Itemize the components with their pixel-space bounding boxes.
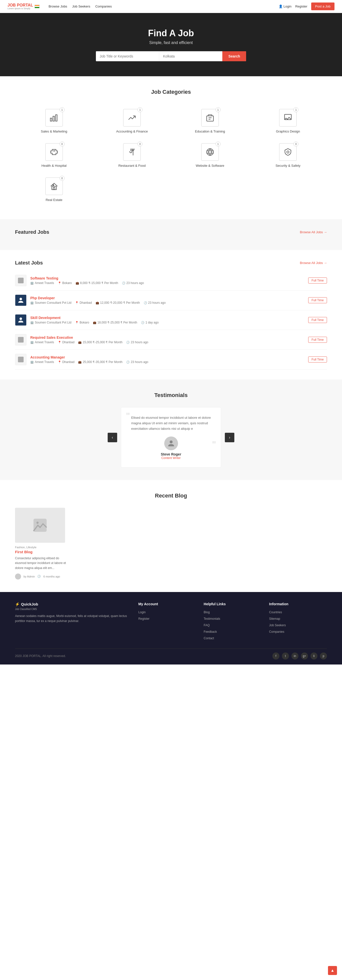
category-badge: 1 [216, 107, 221, 112]
category-security[interactable]: 0 Security & Safety [249, 138, 327, 172]
featured-browse-link[interactable]: Browse All Jobs → [300, 230, 327, 234]
job-item: Required Sales Executive Ameet Travels D… [15, 330, 327, 350]
footer-grid: ⚡ QuickJob Job Classified CMS Aenean sod… [15, 602, 327, 642]
latest-browse-link[interactable]: Browse All Jobs → [300, 261, 327, 265]
company-logo-icon [17, 277, 24, 284]
footer-helpful-links: Helpful Links Blog Testimonials FAQ Feed… [204, 602, 262, 642]
bar-chart-icon [50, 113, 59, 122]
blog-excerpt: Consectetur adipiscing elitsed do eiusmo… [15, 556, 70, 571]
job-item: Accounting Manager Ameet Travels Dhanbad… [15, 350, 327, 369]
svg-rect-2 [56, 115, 57, 121]
job-logo [15, 294, 27, 306]
footer-link-job-seekers[interactable]: Job Seekers [269, 624, 286, 627]
category-icon-wrap: 0 [45, 143, 63, 161]
category-sales-marketing[interactable]: 1 Sales & Marketing [15, 104, 93, 138]
quote-close-icon: " [212, 440, 216, 450]
keyword-input[interactable] [96, 51, 159, 61]
logo-text: JOB PORTAL [8, 3, 33, 8]
footer-helpful-list: Blog Testimonials FAQ Feedback Contact [204, 610, 262, 640]
category-graphics[interactable]: 1 Graphics Design [249, 104, 327, 138]
company-logo-icon [17, 356, 24, 363]
footer-link-register[interactable]: Register [138, 617, 149, 620]
facebook-icon[interactable]: f [272, 652, 280, 660]
job-title[interactable]: Required Sales Executive [30, 336, 304, 339]
testimonial-next-button[interactable]: › [225, 433, 234, 442]
category-label: Accounting & Finance [116, 129, 148, 133]
search-button[interactable]: Search [222, 51, 246, 61]
job-company: Ameet Travels [30, 340, 54, 344]
nav-job-seekers[interactable]: Job Seekers [72, 5, 90, 8]
category-label: Security & Safety [275, 164, 300, 167]
hero-title: Find A Job [148, 28, 194, 38]
job-tag: Full Time [308, 297, 327, 303]
navbar: JOB PORTAL Lorem Ipsum is Simply Browse … [0, 0, 342, 13]
testimonials-section: Testimonials ‹ " Eltsed do eiusmod tempo… [0, 380, 342, 480]
featured-header: Featured Jobs Browse All Jobs → [15, 229, 327, 235]
category-icon-wrap: 0 [45, 178, 63, 195]
footer-link-countries[interactable]: Countries [269, 611, 282, 614]
job-time: 23 hours ago [126, 340, 148, 344]
nav-companies[interactable]: Companies [95, 5, 112, 8]
footer-info-title: Information [269, 602, 327, 606]
footer-link-blog[interactable]: Blog [204, 611, 210, 614]
svg-rect-20 [18, 278, 24, 283]
blog-image [15, 508, 65, 543]
svg-rect-5 [206, 116, 213, 121]
twitter-icon[interactable]: t [282, 652, 289, 660]
category-website[interactable]: 1 Website & Software [171, 138, 249, 172]
category-label: Real Estate [46, 198, 62, 202]
nav-login[interactable]: 👤 Login [279, 5, 291, 8]
svg-point-23 [19, 298, 22, 300]
testimonial-prev-button[interactable]: ‹ [108, 433, 117, 442]
categories-title: Job Categories [15, 89, 327, 95]
location-input[interactable] [159, 51, 222, 61]
category-accounting[interactable]: 1 Accounting & Finance [93, 104, 171, 138]
job-list: Software Testing Ameet Travels Bokaro 8,… [15, 271, 327, 369]
nav-browse-jobs[interactable]: Browse Jobs [49, 5, 67, 8]
footer-link-companies[interactable]: Companies [269, 630, 284, 633]
job-logo [15, 314, 27, 326]
blog-time: 6 months ago [43, 575, 60, 578]
instagram-icon[interactable]: in [291, 652, 299, 660]
health-icon [50, 148, 59, 156]
category-health[interactable]: 0 Health & Hospital [15, 138, 93, 172]
category-food[interactable]: 0 Restaurant & Food [93, 138, 171, 172]
testimonial-role: Content Writer [131, 456, 211, 460]
post-job-button[interactable]: Post a Job [311, 3, 334, 10]
category-icon-wrap: 1 [45, 109, 63, 127]
realestate-icon [50, 182, 59, 191]
blog-card: Fashion, Lifestyle First Blog Consectetu… [15, 508, 70, 579]
job-tag: Full Time [308, 356, 327, 363]
footer-helpful-title: Helpful Links [204, 602, 262, 606]
blog-title-link[interactable]: First Blog [15, 550, 70, 554]
job-title[interactable]: Accounting Manager [30, 355, 304, 359]
footer-link-sitemap[interactable]: Sitemap [269, 617, 280, 620]
category-realestate[interactable]: 0 Real Estate [15, 172, 93, 207]
pinterest-icon[interactable]: p [320, 652, 327, 660]
logo[interactable]: JOB PORTAL Lorem Ipsum is Simply [8, 3, 41, 10]
company-logo-icon [17, 296, 24, 304]
job-title[interactable]: Skill Development [30, 316, 304, 320]
nav-register[interactable]: Register [295, 5, 307, 8]
job-title[interactable]: Software Testing [30, 276, 304, 280]
footer-link-feedback[interactable]: Feedback [204, 630, 217, 633]
category-education[interactable]: 1 Education & Training [171, 104, 249, 138]
finance-icon [128, 113, 136, 122]
footer-link-contact[interactable]: Contact [204, 636, 214, 640]
job-logo [15, 275, 27, 286]
linkedin-icon[interactable]: li [310, 652, 318, 660]
category-label: Restaurant & Food [118, 164, 146, 167]
blog-category: Fashion, Lifestyle [15, 546, 70, 549]
footer-link-login[interactable]: Login [138, 611, 145, 614]
job-title[interactable]: Php Developer [30, 296, 304, 300]
googleplus-icon[interactable]: g+ [301, 652, 308, 660]
footer-link-testimonials[interactable]: Testimonials [204, 617, 221, 620]
featured-jobs-section: Featured Jobs Browse All Jobs → [0, 219, 342, 250]
category-label: Education & Training [195, 129, 225, 133]
job-time: 1 day ago [141, 321, 159, 324]
footer-link-faq[interactable]: FAQ [204, 624, 210, 627]
job-company: Soumen Consultant Pvt Ltd [30, 321, 71, 324]
job-info: Software Testing Ameet Travels Bokaro 8,… [30, 276, 304, 285]
footer-info-list: Countries Sitemap Job Seekers Companies [269, 610, 327, 634]
job-tag: Full Time [308, 317, 327, 323]
